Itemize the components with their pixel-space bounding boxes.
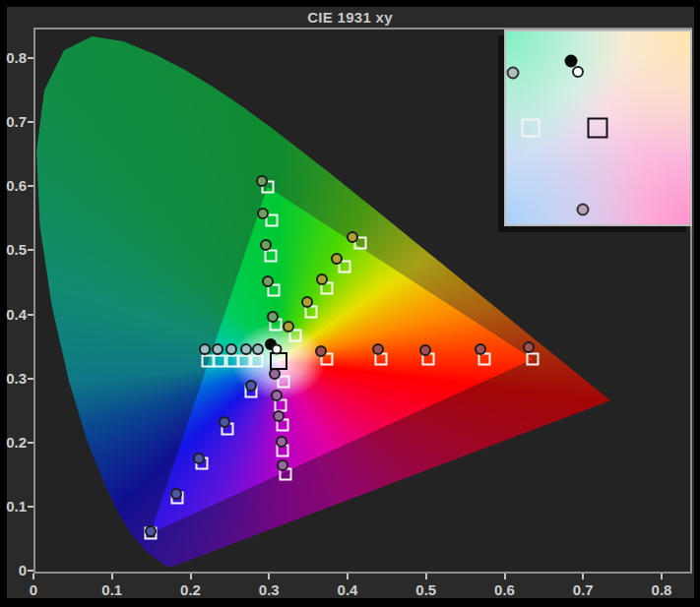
inset-cyan-target-square: [522, 119, 541, 138]
target-square-cyan: [214, 355, 226, 368]
measured-circle-cyan: [225, 343, 237, 355]
y-tick: [28, 249, 33, 251]
measured-circle-blue: [145, 525, 157, 537]
y-tick: [28, 378, 33, 380]
y-tick-label: 0.3: [0, 370, 27, 387]
inset-measured-white-circle: [572, 66, 584, 78]
x-tick-label: 0.6: [483, 581, 527, 598]
y-tick-label: 0: [0, 562, 27, 578]
measured-circle-blue: [193, 453, 205, 464]
x-tick-label: 0.5: [405, 581, 448, 598]
target-square-cyan: [202, 355, 215, 368]
target-square-cyan: [251, 355, 264, 368]
measured-circle-magenta: [273, 410, 285, 422]
measured-circle-green: [256, 175, 268, 187]
y-tick: [28, 570, 33, 572]
x-tick: [661, 574, 663, 579]
measured-circle-magenta: [277, 459, 288, 471]
y-tick-label: 0.2: [0, 434, 27, 451]
whitepoint-inset-panel: [504, 30, 692, 226]
x-tick: [268, 574, 270, 579]
measured-circle-green: [262, 275, 274, 287]
measured-circle-cyan: [212, 343, 223, 355]
measured-circle-yellow: [331, 253, 343, 265]
x-tick: [190, 574, 192, 579]
measured-circle-cyan: [199, 343, 211, 355]
y-tick-label: 0.6: [0, 177, 27, 194]
y-tick: [28, 442, 33, 444]
target-square-green: [264, 250, 277, 263]
cie-chart-panel[interactable]: CIE 1931 xy 00.10.20.30.40.50.60.70.800.…: [0, 0, 700, 607]
white-target-square: [270, 352, 287, 370]
inset-marker-layer: [506, 31, 690, 224]
y-tick-label: 0.7: [0, 113, 27, 130]
measured-circle-yellow: [316, 273, 328, 285]
y-tick: [28, 185, 33, 187]
x-tick-label: 0.2: [169, 581, 213, 598]
y-tick-label: 0.4: [0, 306, 27, 323]
measured-circle-green: [267, 311, 279, 323]
y-tick-label: 0.5: [0, 241, 27, 258]
x-tick-label: 0.3: [247, 581, 290, 598]
measured-circle-yellow: [301, 296, 313, 308]
x-tick-label: 0.1: [91, 581, 134, 598]
measured-circle-green: [257, 208, 269, 219]
y-tick: [28, 506, 33, 508]
white-measured-circle: [272, 344, 283, 355]
measured-circle-green: [260, 239, 272, 251]
x-tick: [32, 574, 34, 579]
y-tick: [28, 121, 33, 123]
measured-circle-red: [372, 343, 384, 355]
x-tick-label: 0.7: [561, 581, 605, 598]
inset-cyan-measured-circle: [506, 67, 519, 80]
x-tick-label: 0: [12, 581, 55, 598]
measured-circle-cyan: [252, 343, 264, 355]
x-tick: [425, 574, 427, 579]
measured-circle-blue: [245, 380, 257, 392]
target-square-cyan: [225, 355, 238, 368]
x-tick: [504, 574, 506, 579]
measured-circle-red: [419, 344, 431, 356]
x-tick: [347, 574, 349, 579]
x-tick-label: 0.4: [326, 581, 369, 598]
target-square-cyan: [237, 355, 250, 368]
chart-title: CIE 1931 xy: [0, 9, 700, 26]
y-tick: [28, 314, 33, 316]
x-tick: [582, 574, 584, 579]
measured-circle-red: [475, 343, 486, 355]
x-tick: [111, 574, 113, 579]
y-tick: [28, 57, 33, 59]
measured-circle-blue: [170, 488, 182, 500]
measured-circle-red: [523, 341, 535, 353]
y-tick-label: 0.8: [0, 49, 27, 66]
target-square-red: [527, 353, 540, 366]
measured-circle-red: [315, 345, 327, 357]
inset-white-target-square: [587, 118, 607, 139]
measured-circle-yellow: [347, 231, 358, 243]
x-tick-label: 0.8: [640, 581, 683, 598]
measured-circle-blue: [219, 416, 230, 428]
measured-circle-magenta: [276, 436, 287, 448]
measured-circle-magenta: [271, 390, 283, 401]
inset-magenta-measured-circle: [577, 204, 590, 216]
y-tick-label: 0.1: [0, 498, 27, 515]
measured-circle-yellow: [283, 321, 294, 333]
measured-circle-cyan: [240, 343, 252, 355]
